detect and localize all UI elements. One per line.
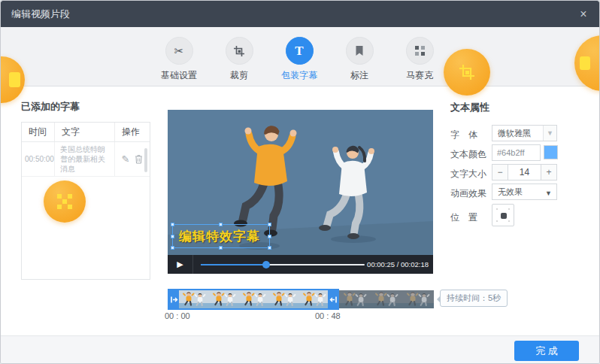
font-value: 微软雅黑 [498, 128, 531, 139]
tab-mosaic[interactable]: 马赛克 [389, 37, 450, 82]
player-controls: ▶ 00:00:25 / 00:02:18 [168, 255, 433, 274]
video-screen: 编辑特效字幕 [168, 110, 433, 255]
dialog-title: 编辑视频片段 [11, 1, 70, 27]
scissors-icon: ✂ [174, 44, 184, 58]
size-label: 文字大小 [450, 168, 489, 180]
filmstrip-frame [371, 290, 402, 308]
edit-icon[interactable]: ✎ [122, 153, 130, 165]
time-display: 00:00:25 / 00:02:18 [367, 260, 429, 268]
tab-label: 基础设置 [161, 69, 197, 82]
position-label: 位 置 [450, 211, 489, 224]
timeline-unselected-region[interactable] [339, 290, 434, 308]
filmstrip-frame [402, 290, 434, 308]
animation-value: 无效果 [498, 187, 523, 198]
resize-handle[interactable] [171, 246, 174, 250]
filmstrip-frame [239, 290, 269, 308]
filmstrip-frame [339, 290, 371, 308]
rect-icon [580, 56, 590, 70]
play-icon[interactable]: ▶ [168, 255, 193, 274]
tab-label: 标注 [350, 69, 368, 82]
floating-badge-mosaic-icon [44, 180, 86, 223]
delete-icon[interactable] [135, 154, 143, 164]
trim-left-icon[interactable] [171, 296, 178, 303]
timeline-end-time: 00 : 48 [315, 311, 341, 320]
filmstrip-frame [269, 290, 299, 308]
done-button[interactable]: 完 成 [514, 341, 579, 361]
subtitle-overlay-text: 编辑特效字幕 [179, 228, 260, 245]
filmstrip-frame [179, 290, 209, 308]
font-select[interactable]: 微软雅黑 ▼ [492, 125, 557, 141]
trim-handle-right [328, 290, 338, 308]
table-scrollbar[interactable] [144, 148, 147, 172]
duration-tooltip: 持续时间：5秒 [440, 290, 508, 307]
font-size-stepper: − 14 + [492, 164, 557, 180]
properties-panel-title: 文本属性 [450, 101, 489, 114]
trim-right-icon[interactable] [329, 296, 337, 303]
color-input[interactable]: #64b2ff [492, 144, 541, 161]
resize-handle[interactable] [268, 235, 271, 238]
filmstrip-frame [209, 290, 239, 308]
resize-handle[interactable] [171, 223, 174, 226]
column-header-time: 时间 [22, 123, 55, 141]
plus-button[interactable]: + [541, 164, 557, 180]
tab-subtitle[interactable]: T 包装字幕 [269, 37, 329, 82]
color-label: 文本颜色 [450, 148, 489, 161]
subtitle-table-header: 时间 文字 操作 [22, 123, 150, 142]
crop-icon [233, 45, 245, 57]
rect-icon [9, 72, 20, 87]
edit-video-clip-dialog: 编辑视频片段 × ✂ 基础设置 裁剪 T 包装字幕 标注 马赛克 [0, 0, 600, 364]
position-picker[interactable] [492, 204, 514, 226]
color-swatch[interactable] [544, 145, 558, 159]
subtitle-overlay-box[interactable]: 编辑特效字幕 [172, 224, 270, 248]
timeline-selected-region[interactable] [168, 289, 339, 310]
subtitle-text: 美国总统特朗普的最新相关消息 [55, 142, 115, 176]
progress-track[interactable] [201, 264, 365, 265]
tab-label: 包装字幕 [281, 69, 317, 82]
progress-fill [201, 264, 266, 265]
filmstrip-frame [299, 290, 328, 308]
dialog-footer: 完 成 [1, 335, 599, 364]
timeline-start-time: 00 : 00 [165, 311, 190, 320]
resize-handle[interactable] [268, 223, 271, 226]
resize-handle[interactable] [171, 235, 174, 238]
tab-basic-settings[interactable]: ✂ 基础设置 [149, 37, 209, 82]
subtitle-table: 时间 文字 操作 00:50:00 美国总统特朗普的最新相关消息 ✎ [21, 122, 150, 280]
tab-crop[interactable]: 裁剪 [209, 37, 269, 82]
resize-handle[interactable] [268, 246, 271, 250]
mode-tabs: ✂ 基础设置 裁剪 T 包装字幕 标注 马赛克 [149, 37, 450, 82]
floating-badge-crop-icon [444, 49, 490, 96]
mode-toolbar: ✂ 基础设置 裁剪 T 包装字幕 标注 马赛克 [1, 27, 599, 86]
bookmark-icon [354, 45, 365, 56]
timeline-filmstrip [179, 290, 328, 308]
minus-button[interactable]: − [492, 164, 508, 180]
chevron-down-icon: ▼ [545, 190, 552, 197]
mosaic-icon [55, 192, 74, 211]
font-label: 字 体 [450, 129, 489, 141]
text-icon: T [295, 44, 303, 59]
size-value: 14 [508, 164, 541, 180]
tab-label: 马赛克 [406, 69, 433, 82]
trim-handle-left [169, 290, 179, 308]
resize-handle[interactable] [219, 246, 223, 250]
column-header-text: 文字 [55, 123, 115, 141]
subtitle-row[interactable]: 00:50:00 美国总统特朗普的最新相关消息 ✎ [22, 142, 150, 177]
mosaic-icon [414, 45, 426, 56]
crop-icon [458, 63, 476, 81]
animation-select[interactable]: 无效果 ▼ [492, 184, 557, 200]
close-icon[interactable]: × [575, 6, 592, 23]
progress-thumb[interactable] [262, 261, 270, 268]
position-dot [501, 213, 507, 219]
animation-label: 动画效果 [450, 187, 489, 200]
chevron-down-icon[interactable]: ▼ [543, 126, 556, 141]
video-preview: 编辑特效字幕 ▶ 00:00:25 / 00:02:18 [168, 110, 433, 274]
column-header-ops: 操作 [115, 123, 150, 141]
resize-handle[interactable] [219, 223, 223, 226]
dialog-titlebar: 编辑视频片段 × [1, 1, 599, 27]
subtitle-panel-title: 已添加的字幕 [21, 100, 80, 114]
tab-label: 裁剪 [230, 69, 248, 82]
color-value: #64b2ff [497, 148, 525, 157]
subtitle-time: 00:50:00 [22, 142, 55, 176]
tab-annotation[interactable]: 标注 [329, 37, 389, 82]
